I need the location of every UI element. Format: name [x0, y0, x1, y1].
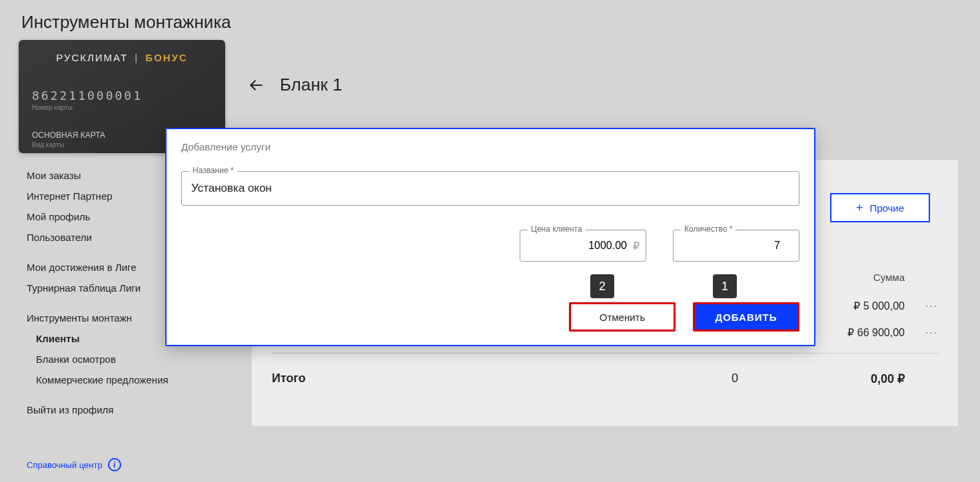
divider — [272, 353, 938, 354]
cancel-button[interactable]: Отменить — [569, 302, 676, 332]
card-kind-label: Вид карты — [32, 141, 105, 148]
add-other-label: Прочие — [869, 202, 904, 214]
brand-left: РУСКЛИМАТ — [56, 52, 128, 63]
main-header: Бланк 1 — [246, 75, 342, 95]
brand-sep: | — [135, 52, 139, 63]
totals-sum: 0,00 ₽ — [785, 371, 905, 386]
card-kind: ОСНОВНАЯ КАРТА — [32, 130, 105, 140]
totals-qty: 0 — [685, 371, 785, 386]
help-link[interactable]: Справочный центр i — [27, 458, 121, 471]
card-number: 862211000001 — [32, 89, 212, 103]
info-icon: i — [108, 458, 121, 471]
help-label: Справочный центр — [27, 460, 103, 470]
price-input[interactable] — [520, 230, 646, 262]
totals-label: Итого — [272, 371, 685, 386]
blank-title: Бланк 1 — [280, 75, 342, 95]
brand-right: БОНУС — [145, 52, 187, 63]
annotation-badge-1: 1 — [713, 274, 737, 298]
nav-blanks[interactable]: Бланки осмотров — [27, 349, 227, 369]
add-other-button[interactable]: + Прочие — [830, 193, 930, 222]
name-field-wrapper: Название * — [181, 171, 799, 206]
row-actions[interactable]: ··· — [905, 300, 938, 312]
qty-label: Количество * — [681, 224, 735, 234]
totals-row: Итого 0 0,00 ₽ — [272, 371, 938, 386]
page-title: Инструменты монтажника — [21, 12, 231, 33]
nav-offers[interactable]: Коммерческие предложения — [27, 369, 227, 390]
annotation-badge-2: 2 — [590, 274, 614, 298]
modal-actions: Отменить ДОБАВИТЬ — [569, 302, 799, 332]
qty-field-wrapper: Количество * — [673, 230, 799, 262]
plus-icon: + — [856, 201, 863, 215]
row-actions[interactable]: ··· — [905, 327, 938, 339]
add-button[interactable]: ДОБАВИТЬ — [693, 302, 799, 332]
name-label: Название * — [189, 166, 237, 175]
ruble-icon: ₽ — [633, 240, 640, 252]
modal-title: Добавление услуги — [181, 141, 799, 152]
qty-input[interactable] — [673, 230, 799, 262]
name-input[interactable] — [181, 171, 799, 206]
arrow-left-icon — [247, 77, 264, 94]
price-label: Цена клиента — [528, 224, 586, 234]
add-service-modal: Добавление услуги Название * Цена клиент… — [165, 128, 815, 346]
price-field-wrapper: Цена клиента ₽ — [520, 230, 646, 262]
brand: РУСКЛИМАТ | БОНУС — [32, 52, 212, 63]
back-button[interactable] — [246, 76, 265, 95]
card-number-label: Номер карты — [32, 104, 212, 111]
nav-logout[interactable]: Выйти из профиля — [27, 399, 227, 420]
